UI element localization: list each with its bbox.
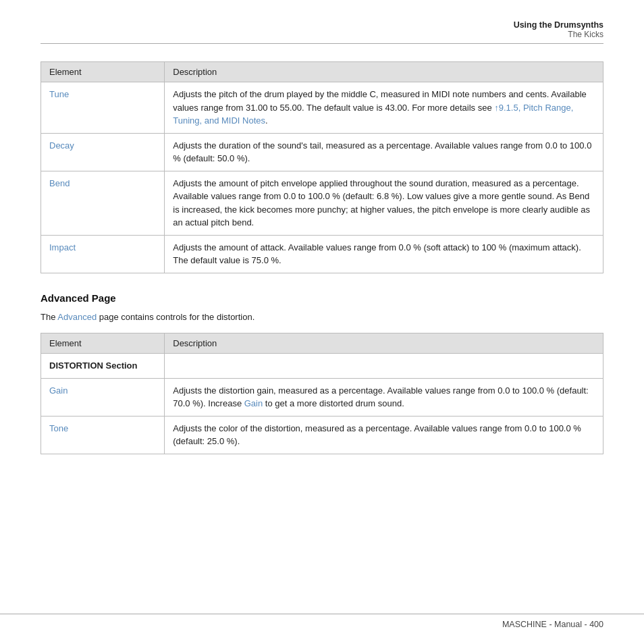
description-cell: Adjusts the amount of attack. Available … [165,235,603,273]
element-cell: DISTORTION Section [41,354,165,379]
tune-ref-link[interactable]: ↑9.1.5, Pitch Range, Tuning, and MIDI No… [173,103,573,126]
main-params-table: Element Description Tune Adjusts the pit… [41,61,603,273]
impact-link[interactable]: Impact [49,242,76,252]
footer-text: MASCHINE - Manual - 400 [502,620,603,629]
page-footer: MASCHINE - Manual - 400 [0,614,644,629]
table-row: Gain Adjusts the distortion gain, measur… [41,378,603,416]
page-header: Using the Drumsynths The Kicks [41,20,603,44]
tune-link[interactable]: Tune [49,89,69,99]
table-row: DISTORTION Section [41,354,603,379]
table-row: Tone Adjusts the color of the distortion… [41,416,603,454]
element-cell: Gain [41,378,165,416]
table1-col2-header: Description [165,62,603,82]
table1-col1-header: Element [41,62,165,82]
element-cell: Tune [41,82,165,134]
decay-link[interactable]: Decay [49,140,74,151]
header-title: Using the Drumsynths [41,20,603,30]
table-row: Tune Adjusts the pitch of the drum playe… [41,82,603,134]
table-row: Bend Adjusts the amount of pitch envelop… [41,171,603,235]
gain-link[interactable]: Gain [49,385,68,396]
table-row: Impact Adjusts the amount of attack. Ava… [41,235,603,273]
page-container: Using the Drumsynths The Kicks Element D… [0,0,644,644]
tone-link[interactable]: Tone [49,423,68,433]
description-cell: Adjusts the pitch of the drum played by … [165,82,603,134]
element-cell: Tone [41,416,165,454]
description-cell: Adjusts the distortion gain, measured as… [165,378,603,416]
intro-rest: page contains controls for the distortio… [97,312,254,322]
intro-text: The [41,312,57,322]
description-cell: Adjusts the amount of pitch envelope app… [165,171,603,235]
bend-link[interactable]: Bend [49,178,70,188]
table2-col1-header: Element [41,333,165,354]
advanced-section-intro: The Advanced page contains controls for … [41,311,603,324]
main-content: Element Description Tune Adjusts the pit… [41,48,603,454]
advanced-params-table: Element Description DISTORTION Section G… [41,333,603,454]
description-cell: Adjusts the duration of the sound's tail… [165,133,603,171]
advanced-page-heading: Advanced Page [41,292,603,304]
description-cell [165,354,603,379]
element-cell: Impact [41,235,165,273]
table-row: Decay Adjusts the duration of the sound'… [41,133,603,171]
element-cell: Decay [41,133,165,171]
header-subtitle: The Kicks [41,30,603,39]
element-cell: Bend [41,171,165,235]
description-cell: Adjusts the color of the distortion, mea… [165,416,603,454]
table2-col2-header: Description [165,333,603,354]
gain-inline-link[interactable]: Gain [244,398,263,408]
advanced-link[interactable]: Advanced [57,312,97,322]
